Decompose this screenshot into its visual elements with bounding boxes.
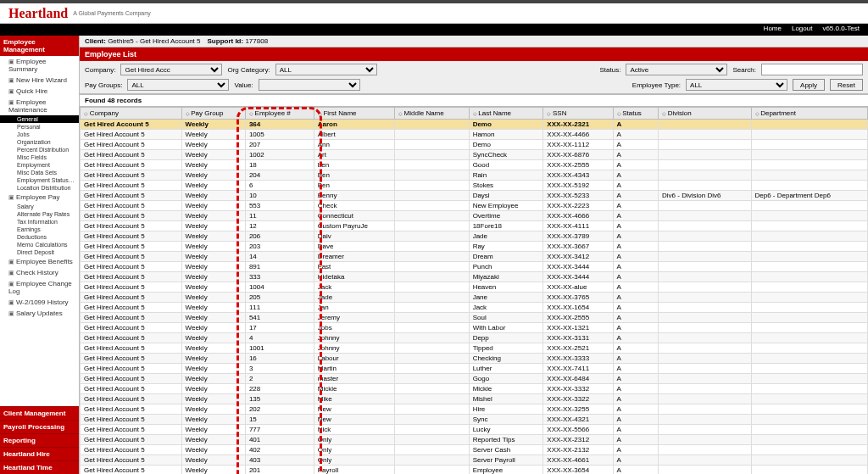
paygroup-select[interactable]: ALL bbox=[127, 79, 229, 91]
table-row[interactable]: Get Hired Account 5Weekly202NewHireXXX-X… bbox=[81, 404, 868, 415]
nav-tree: Employee SummaryNew Hire WizardQuick Hir… bbox=[0, 56, 79, 406]
column-header[interactable]: Employee # bbox=[245, 108, 314, 120]
table-row[interactable]: Get Hired Account 5Weekly207AnnDemoXXX-X… bbox=[81, 140, 868, 150]
sidebar: Employee Management Employee SummaryNew … bbox=[0, 36, 80, 474]
table-row[interactable]: Get Hired Account 5Weekly1004JackHeavenX… bbox=[81, 282, 868, 293]
nav-item[interactable]: Employee Maintenance bbox=[0, 97, 79, 115]
table-row[interactable]: Get Hired Account 5Weekly204BenRainXXX-X… bbox=[81, 170, 868, 181]
table-row[interactable]: Get Hired Account 5Weekly14DreamerDreamX… bbox=[81, 252, 868, 262]
table-row[interactable]: Get Hired Account 5Weekly16LabourCheckin… bbox=[81, 354, 868, 364]
nav-subitem[interactable]: Employment Status Histo bbox=[0, 176, 79, 184]
table-row[interactable]: Get Hired Account 5Weekly17JobsWith Labo… bbox=[81, 323, 868, 333]
table-row[interactable]: Get Hired Account 5Weekly777NickLuckyXXX… bbox=[81, 425, 868, 435]
sidebar-footer-button[interactable]: Heartland Hire bbox=[0, 447, 79, 460]
list-title: Employee List bbox=[80, 47, 868, 61]
employee-table: CompanyPay GroupEmployee #First NameMidd… bbox=[80, 107, 868, 474]
nav-item[interactable]: Employee Benefits bbox=[0, 256, 79, 267]
table-row[interactable]: Get Hired Account 5Weekly364AaronDemoXXX… bbox=[81, 120, 868, 130]
column-header[interactable]: Last Name bbox=[469, 108, 543, 120]
nav-subitem[interactable]: Alternate Pay Rates bbox=[0, 210, 79, 218]
table-row[interactable]: Get Hired Account 5Weekly18benGoodXXX-XX… bbox=[81, 160, 868, 170]
nav-subitem[interactable]: Tax Information bbox=[0, 218, 79, 226]
table-row[interactable]: Get Hired Account 5Weekly111JanJackXXX-X… bbox=[81, 303, 868, 313]
table-row[interactable]: Get Hired Account 5Weekly541JeremySoulXX… bbox=[81, 313, 868, 323]
column-header[interactable]: Department bbox=[751, 108, 868, 120]
status-select[interactable]: Active bbox=[626, 64, 727, 75]
sidebar-footer-button[interactable]: Payroll Processing bbox=[0, 420, 79, 433]
column-header[interactable]: Middle Name bbox=[394, 108, 469, 120]
nav-subitem[interactable]: Misc Fields bbox=[0, 153, 79, 161]
nav-item[interactable]: Employee Pay bbox=[0, 192, 79, 203]
sidebar-footer-button[interactable]: Client Management bbox=[0, 406, 79, 420]
nav-subitem[interactable]: Memo Calculations bbox=[0, 241, 79, 248]
nav-subitem[interactable]: Misc Data Sets bbox=[0, 169, 79, 176]
nav-subitem[interactable]: General bbox=[0, 115, 79, 123]
column-header[interactable]: First Name bbox=[314, 108, 394, 120]
table-row[interactable]: Get Hired Account 5Weekly135MikeMishelXX… bbox=[81, 394, 868, 404]
table-row[interactable]: Get Hired Account 5Weekly6BenStokesXXX-X… bbox=[81, 181, 868, 191]
search-input[interactable] bbox=[761, 64, 863, 75]
nav-subitem[interactable]: Personal bbox=[0, 123, 79, 131]
nav-subitem[interactable]: Employment bbox=[0, 161, 79, 169]
nav-item[interactable]: Employee Summary bbox=[0, 56, 79, 75]
record-count: Found 48 records bbox=[80, 94, 868, 107]
support-id: 177808 bbox=[245, 37, 268, 45]
company-select[interactable]: Get Hired Accc bbox=[120, 64, 222, 75]
table-row[interactable]: Get Hired Account 5Weekly3MartinLutherXX… bbox=[81, 364, 868, 374]
table-row[interactable]: Get Hired Account 5Weekly403OnlyServer P… bbox=[81, 455, 868, 466]
employee-table-wrapper[interactable]: CompanyPay GroupEmployee #First NameMidd… bbox=[80, 107, 868, 474]
nav-item[interactable]: Salary Updates bbox=[0, 308, 79, 319]
table-row[interactable]: Get Hired Account 5Weekly10BennyDayslXXX… bbox=[81, 191, 868, 201]
table-row[interactable]: Get Hired Account 5Weekly333HidetakaMiya… bbox=[81, 272, 868, 282]
nav-item[interactable]: Quick Hire bbox=[0, 86, 79, 97]
column-header[interactable]: Pay Group bbox=[181, 108, 245, 120]
brand-bar: Heartland A Global Payments Company bbox=[0, 3, 868, 24]
column-header[interactable]: SSN bbox=[543, 108, 613, 120]
sidebar-footer-button[interactable]: Heartland Time bbox=[0, 460, 79, 474]
version-label: v65.0.0-Test bbox=[822, 25, 860, 35]
table-row[interactable]: Get Hired Account 5Weekly2masterGogoXXX-… bbox=[81, 374, 868, 384]
table-row[interactable]: Get Hired Account 5Weekly402OnlyServer C… bbox=[81, 445, 868, 455]
table-row[interactable]: Get Hired Account 5Weekly1001JohnnyTippe… bbox=[81, 343, 868, 354]
table-row[interactable]: Get Hired Account 5Weekly205JadeJaneXXX-… bbox=[81, 293, 868, 303]
column-header[interactable]: Company bbox=[81, 108, 182, 120]
reset-button[interactable]: Reset bbox=[830, 79, 863, 91]
nav-subitem[interactable]: Location Distribution bbox=[0, 184, 79, 192]
client-name: Gethire5 - Get Hired Account 5 bbox=[108, 37, 200, 45]
emptype-select[interactable]: ALL bbox=[686, 79, 787, 91]
table-row[interactable]: Get Hired Account 5Weekly553CheckNew Emp… bbox=[81, 201, 868, 211]
sidebar-footer-button[interactable]: Reporting bbox=[0, 433, 79, 447]
table-row[interactable]: Get Hired Account 5Weekly1002ArtSyncChec… bbox=[81, 150, 868, 160]
sidebar-header: Employee Management bbox=[0, 36, 79, 56]
nav-subitem[interactable]: Salary bbox=[0, 203, 79, 210]
apply-button[interactable]: Apply bbox=[793, 79, 825, 91]
nav-item[interactable]: New Hire Wizard bbox=[0, 75, 79, 86]
nav-subitem[interactable]: Percent Distribution bbox=[0, 146, 79, 153]
table-row[interactable]: Get Hired Account 5Weekly891FastPunchXXX… bbox=[81, 262, 868, 272]
table-row[interactable]: Get Hired Account 5Weekly12Custom PayruJ… bbox=[81, 221, 868, 231]
column-header[interactable]: Division bbox=[659, 108, 751, 120]
logout-link[interactable]: Logout bbox=[792, 25, 812, 35]
home-link[interactable]: Home bbox=[764, 25, 782, 35]
nav-subitem[interactable]: Organization bbox=[0, 138, 79, 146]
table-row[interactable]: Get Hired Account 5Weekly11ConnecticutOv… bbox=[81, 211, 868, 221]
nav-subitem[interactable]: Direct Deposit bbox=[0, 248, 79, 256]
nav-item[interactable]: Employee Change Log bbox=[0, 278, 79, 297]
table-row[interactable]: Get Hired Account 5Weekly1005AlbertHamon… bbox=[81, 130, 868, 140]
table-row[interactable]: Get Hired Account 5Weekly201PayrollEmplo… bbox=[81, 466, 868, 475]
nav-subitem[interactable]: Jobs bbox=[0, 131, 79, 138]
table-row[interactable]: Get Hired Account 5Weekly15NewSyncXXX-XX… bbox=[81, 415, 868, 425]
client-bar: Client: Gethire5 - Get Hired Account 5 S… bbox=[80, 36, 868, 47]
nav-subitem[interactable]: Deductions bbox=[0, 233, 79, 241]
value-select[interactable] bbox=[259, 79, 360, 91]
table-row[interactable]: Get Hired Account 5Weekly401OnlyReported… bbox=[81, 435, 868, 445]
table-row[interactable]: Get Hired Account 5Weekly203DaveRayXXX-X… bbox=[81, 242, 868, 252]
table-row[interactable]: Get Hired Account 5Weekly228MickleMickle… bbox=[81, 384, 868, 394]
nav-subitem[interactable]: Earnings bbox=[0, 226, 79, 233]
table-row[interactable]: Get Hired Account 5Weekly206DaivJadeXXX-… bbox=[81, 231, 868, 242]
table-row[interactable]: Get Hired Account 5Weekly4JohnnyDeppXXX-… bbox=[81, 333, 868, 343]
orgcat-select[interactable]: ALL bbox=[275, 64, 377, 75]
column-header[interactable]: Status bbox=[613, 108, 659, 120]
nav-item[interactable]: W-2/1099 History bbox=[0, 297, 79, 308]
nav-item[interactable]: Check History bbox=[0, 267, 79, 278]
